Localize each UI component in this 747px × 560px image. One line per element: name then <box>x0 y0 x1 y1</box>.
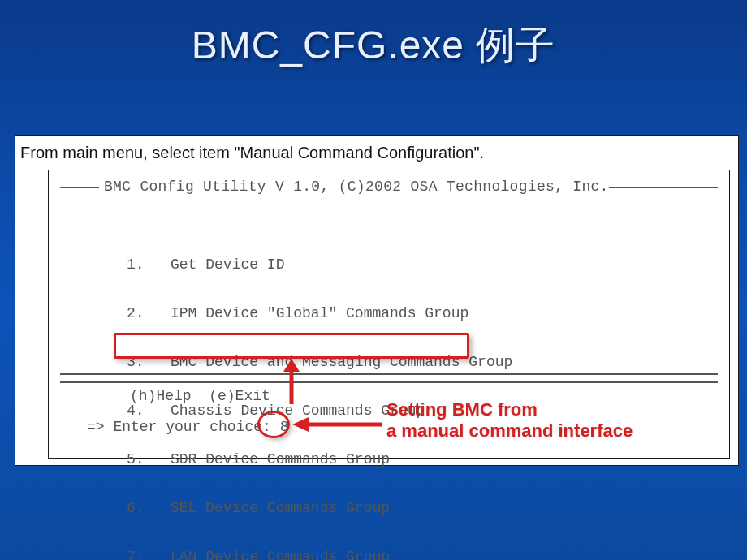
menu-item: 7. LAN Device Commands Group <box>127 549 512 560</box>
help-exit-text: (h)Help (e)Exit <box>130 388 270 404</box>
terminal-caption-bar: BMC Config Utility V 1.0, (C)2002 OSA Te… <box>60 177 718 195</box>
terminal-caption: BMC Config Utility V 1.0, (C)2002 OSA Te… <box>104 179 609 195</box>
caption-rule-right <box>609 187 718 188</box>
menu-item: 5. SDR Device Commands Group <box>127 451 512 467</box>
highlight-rectangle <box>114 333 469 359</box>
annotation-callout: Setting BMC from a manual command interf… <box>386 399 633 442</box>
svg-marker-1 <box>283 359 300 372</box>
terminal-panel: BMC Config Utility V 1.0, (C)2002 OSA Te… <box>48 170 730 459</box>
content-card: From main menu, select item "Manual Comm… <box>15 135 739 466</box>
arrow-down-icon <box>281 359 302 404</box>
menu-label: Get Device ID <box>171 256 284 273</box>
menu-num: 1. <box>127 256 145 273</box>
instruction-text: From main menu, select item "Manual Comm… <box>20 144 484 162</box>
annotation-line2: a manual command interface <box>386 420 633 442</box>
menu-label: LAN Device Commands Group <box>171 549 390 560</box>
separator-rule <box>60 373 718 383</box>
arrow-left-icon <box>292 414 382 435</box>
menu-num: 4. <box>127 403 145 419</box>
menu-label: SEL Device Commands Group <box>171 500 390 516</box>
caption-rule-left <box>60 187 99 188</box>
menu-item: 1. Get Device ID <box>127 256 512 273</box>
menu-label: IPM Device "Global" Commands Group <box>171 305 468 321</box>
menu-item: 2. IPM Device "Global" Commands Group <box>127 305 512 321</box>
menu-num: 6. <box>127 500 145 516</box>
svg-marker-3 <box>292 417 309 432</box>
menu-label: SDR Device Commands Group <box>171 451 390 467</box>
menu-num: 5. <box>127 451 145 467</box>
highlight-circle <box>257 411 290 438</box>
menu-num: 7. <box>127 549 145 560</box>
annotation-line1: Setting BMC from <box>386 399 633 420</box>
slide-title: BMC_CFG.exe 例子 <box>0 19 747 71</box>
menu-num: 2. <box>127 305 145 321</box>
menu-item: 6. SEL Device Commands Group <box>127 500 512 516</box>
